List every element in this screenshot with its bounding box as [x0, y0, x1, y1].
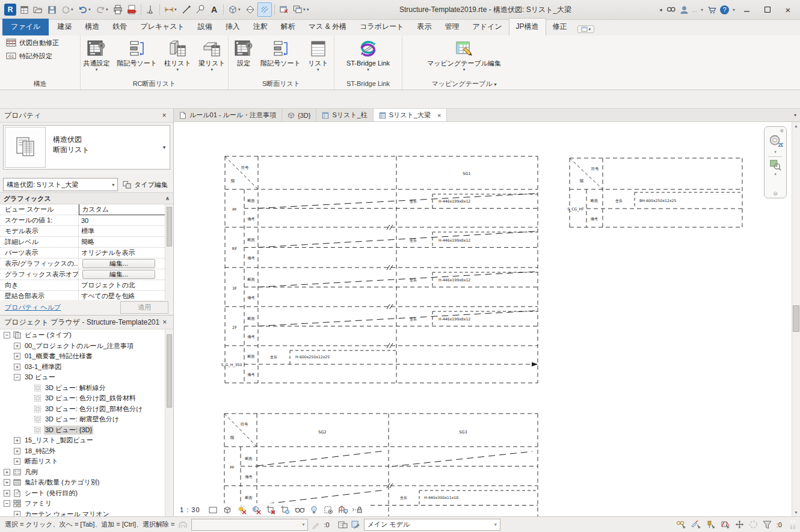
default-3d-view-icon[interactable]: [226, 3, 239, 16]
active-option-icon[interactable]: [351, 521, 360, 529]
tree-expander-icon[interactable]: +: [14, 364, 20, 370]
select-underlay-icon[interactable]: [691, 520, 701, 529]
workset-combo[interactable]: ▾: [191, 519, 308, 531]
tree-item-label[interactable]: 集計表/数量 (カテゴリ別): [23, 478, 100, 487]
ribbon-tab-10[interactable]: コラボレート: [353, 19, 410, 35]
properties-close-icon[interactable]: ×: [159, 111, 169, 120]
tree-item-label[interactable]: 18_特記外: [23, 447, 57, 456]
design-option-combo[interactable]: メイン モデル▾: [364, 519, 500, 531]
tree-item[interactable]: −ビュー (タイプ): [0, 330, 173, 341]
tree-expander-icon[interactable]: +: [4, 469, 10, 475]
edit-button[interactable]: 編集...: [82, 259, 155, 268]
ribbon-tab-7[interactable]: 注釈: [247, 19, 274, 35]
tree-item[interactable]: −ファミリ: [0, 498, 173, 509]
tree-item[interactable]: −3D ビュー: [0, 372, 173, 383]
tree-item-label[interactable]: ビュー (タイプ): [23, 331, 73, 340]
tree-item-label[interactable]: 3D ビュー: 色分け図_部材色分け: [44, 405, 144, 414]
rc-beam-list-button[interactable]: 梁リスト ▾: [196, 37, 228, 72]
revit-logo-icon[interactable]: R: [4, 3, 17, 16]
view-tab-2[interactable]: Sリスト_柱: [316, 109, 373, 121]
tree-expander-icon[interactable]: +: [14, 511, 20, 516]
signin-ellipsis[interactable]: ...: [692, 7, 697, 13]
ribbon-tab-12[interactable]: 管理: [438, 19, 466, 35]
3d-view-caret-icon[interactable]: ▾: [238, 7, 243, 12]
tree-item[interactable]: +01_概要書_特記仕様書: [0, 351, 173, 362]
rc-floor-sort-button[interactable]: 階記号ソート: [114, 37, 159, 72]
select-pinned-icon[interactable]: [706, 520, 716, 529]
tree-item[interactable]: 3D ビュー: 解析線分: [0, 383, 173, 394]
tokkigai-settings-button[interactable]: G1 特記外設定: [4, 50, 55, 62]
ribbon-tab-3[interactable]: 鉄骨: [106, 19, 134, 35]
reveal-constraints-icon[interactable]: [352, 505, 363, 515]
properties-scrollbar[interactable]: [165, 204, 173, 300]
user-icon[interactable]: [680, 5, 689, 14]
tree-item-label[interactable]: ファミリ: [23, 499, 53, 508]
tree-item[interactable]: +15_リスト_製図ビュー: [0, 435, 173, 446]
property-value[interactable]: カスタム: [79, 204, 173, 215]
s-list-button[interactable]: リスト ▾: [306, 37, 331, 72]
navbar-collapse-icon[interactable]: ⊖: [773, 191, 778, 197]
temporary-view-properties-icon[interactable]: [324, 505, 334, 515]
tree-expander-icon[interactable]: +: [4, 490, 10, 497]
apply-button[interactable]: 適用: [120, 301, 168, 314]
help-caret-icon[interactable]: ▾: [733, 7, 735, 13]
close-hidden-windows-icon[interactable]: [277, 3, 291, 16]
s-settings-button[interactable]: 設定: [232, 37, 256, 72]
close-button[interactable]: ×: [780, 3, 796, 16]
collapse-search-icon[interactable]: ◂: [659, 7, 662, 13]
st-bridge-link-button[interactable]: ST-Bridge Link ▾: [344, 37, 392, 72]
wheel-caret-icon[interactable]: ▾: [774, 150, 777, 154]
tree-item[interactable]: 3D ビュー: {3D}: [0, 425, 173, 436]
aligned-dimension-icon[interactable]: [162, 3, 176, 16]
maximize-button[interactable]: [759, 3, 776, 16]
ui-views-icon[interactable]: [17, 3, 31, 16]
ribbon-display-toggle[interactable]: ▾: [577, 25, 595, 33]
detail-level-icon[interactable]: [208, 505, 218, 515]
hide-analytical-icon[interactable]: [338, 505, 348, 515]
tree-item[interactable]: +シート (発行目的): [0, 488, 173, 499]
tree-expander-icon[interactable]: −: [4, 332, 10, 338]
dimension-caret-icon[interactable]: ▾: [174, 7, 179, 12]
app-store-icon[interactable]: [707, 5, 716, 14]
tree-item-label[interactable]: 00_プロジェクトのルール_注意事項: [23, 341, 135, 350]
account-caret-icon[interactable]: ▾: [701, 7, 703, 13]
undo-icon[interactable]: [76, 3, 90, 16]
tag-icon[interactable]: [194, 3, 207, 16]
rc-common-settings-button[interactable]: 共通設定 ▾: [81, 37, 112, 72]
select-links-icon[interactable]: [676, 520, 686, 529]
auto-fix-framing-button[interactable]: 伏図自動修正: [4, 37, 61, 49]
tree-item-label[interactable]: 3D ビュー: 耐震壁色分け: [44, 415, 120, 424]
tree-expander-icon[interactable]: +: [4, 479, 10, 486]
detail-line-icon[interactable]: [180, 3, 193, 16]
measure-icon[interactable]: [144, 3, 157, 16]
search-icon[interactable]: [666, 5, 676, 14]
project-browser-close-icon[interactable]: ×: [160, 318, 169, 326]
qat-customize-icon[interactable]: ▾: [307, 7, 312, 12]
switch-windows-icon[interactable]: [291, 3, 304, 16]
tree-expander-icon[interactable]: −: [4, 500, 10, 507]
property-value[interactable]: プロジェクトの北: [79, 280, 173, 290]
edit-button[interactable]: 編集...: [82, 270, 155, 279]
section-icon[interactable]: [244, 3, 257, 16]
tree-item-label[interactable]: 3D ビュー: 色分け図_鉄骨材料: [44, 394, 137, 403]
type-selector[interactable]: 構造伏図 断面リスト ▾: [3, 125, 170, 170]
scrollbar-thumb[interactable]: [793, 305, 799, 332]
tree-item-label[interactable]: カーテン ウォール マリオン: [23, 510, 111, 516]
tree-item[interactable]: +集計表/数量 (カテゴリ別): [0, 477, 173, 488]
view-tab-list-icon[interactable]: ▾: [790, 109, 800, 121]
text-icon[interactable]: A: [208, 3, 221, 16]
ribbon-tab-4[interactable]: プレキャスト: [134, 19, 191, 35]
rc-column-list-button[interactable]: 柱リスト ▾: [162, 37, 194, 72]
tree-item-label[interactable]: 断面リスト: [23, 457, 60, 466]
property-value[interactable]: 30: [79, 215, 173, 225]
graphics-section-header[interactable]: グラフィックス∧: [0, 192, 173, 204]
collapse-chevron-icon[interactable]: ∧: [165, 195, 170, 201]
ribbon-tab-11[interactable]: 表示: [410, 19, 438, 35]
properties-header[interactable]: プロパティ ×: [0, 109, 173, 123]
tree-item-label[interactable]: 15_リスト_製図ビュー: [23, 436, 94, 445]
visual-style-icon[interactable]: [223, 505, 233, 515]
zoom-tool-icon[interactable]: [769, 158, 782, 171]
view-tab-1[interactable]: {3D}: [282, 109, 316, 121]
filter-icon[interactable]: [763, 521, 772, 529]
save-icon[interactable]: [45, 3, 58, 16]
